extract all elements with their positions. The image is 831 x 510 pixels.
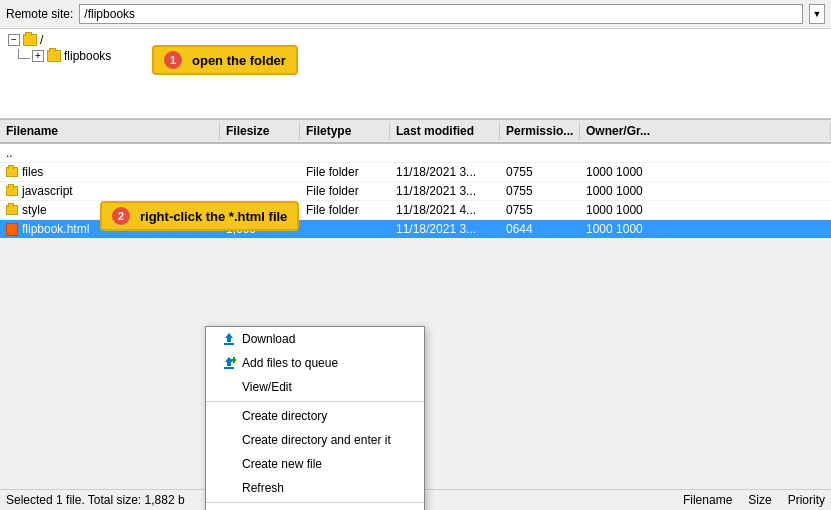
callout-right-click: 2 right-click the *.html file (100, 201, 299, 231)
html-file-icon (6, 223, 18, 236)
folder-icon (6, 205, 18, 215)
tree-connector (18, 49, 30, 59)
file-modified: 11/18/2021 3... (390, 220, 500, 238)
file-table-header: Filename Filesize Filetype Last modified… (0, 119, 831, 144)
context-menu-refresh-label: Refresh (242, 481, 284, 495)
file-table-body: .. .. files File folder 11/18/2021 3... … (0, 144, 831, 239)
file-perms (500, 144, 580, 162)
remote-site-bar: Remote site: ▼ (0, 0, 831, 29)
callout-badge-1: 1 (164, 51, 182, 69)
tree-expand-flipbooks-btn[interactable]: + (32, 50, 44, 62)
callout-open-folder-text: open the folder (192, 53, 286, 68)
file-type: File folder (300, 182, 390, 200)
table-row[interactable]: style File folder 11/18/2021 4... 0755 1… (0, 201, 831, 220)
file-size (220, 144, 300, 162)
file-perms: 0755 (500, 201, 580, 219)
file-type (300, 144, 390, 162)
context-menu-add-queue[interactable]: Add files to queue (206, 351, 424, 375)
root-folder-icon (23, 34, 37, 46)
header-last-modified[interactable]: Last modified (390, 122, 500, 140)
dotdot-icon: .. (6, 146, 18, 160)
flipbooks-folder-icon (47, 50, 61, 62)
table-row[interactable]: files File folder 11/18/2021 3... 0755 1… (0, 163, 831, 182)
context-menu-separator-2 (206, 502, 424, 503)
queue-info: Filename Size Priority (683, 493, 825, 507)
tree-expand-btn[interactable]: − (8, 34, 20, 46)
context-menu-create-dir-label: Create directory (242, 409, 327, 423)
file-modified: 11/18/2021 4... (390, 201, 500, 219)
svg-rect-1 (224, 343, 234, 345)
context-menu-create-file-label: Create new file (242, 457, 322, 471)
svg-marker-0 (225, 333, 233, 342)
download-arrow-icon (222, 332, 236, 346)
context-menu-download-label: Download (242, 332, 295, 346)
file-type: File folder (300, 163, 390, 181)
header-permissions[interactable]: Permissio... (500, 122, 580, 140)
header-filetype[interactable]: Filetype (300, 122, 390, 140)
tree-panel: − / + flipbooks 1 open the folder (0, 29, 831, 119)
file-name-javascript: javascript (0, 182, 220, 200)
context-menu: Download Add files to queue View/Edit Cr… (205, 326, 425, 510)
context-menu-refresh[interactable]: Refresh (206, 476, 424, 500)
context-menu-separator-1 (206, 401, 424, 402)
context-menu-create-dir-enter-label: Create directory and enter it (242, 433, 391, 447)
context-menu-create-file[interactable]: Create new file (206, 452, 424, 476)
queue-filename-label: Filename (683, 493, 732, 507)
callout-right-click-text: right-click the *.html file (140, 209, 287, 224)
file-owner: 1000 1000 (580, 220, 831, 238)
queue-size-label: Size (748, 493, 771, 507)
header-owner[interactable]: Owner/Gr... (580, 122, 831, 140)
callout-badge-2: 2 (112, 207, 130, 225)
file-modified (390, 144, 500, 162)
file-size (220, 163, 300, 181)
file-modified: 11/18/2021 3... (390, 182, 500, 200)
add-queue-icon (222, 356, 236, 370)
file-size (220, 182, 300, 200)
context-menu-view-edit-label: View/Edit (242, 380, 292, 394)
remote-site-input[interactable] (79, 4, 803, 24)
svg-rect-5 (231, 359, 236, 361)
remote-site-label: Remote site: (6, 7, 73, 21)
file-perms: 0755 (500, 163, 580, 181)
file-owner: 1000 1000 (580, 182, 831, 200)
file-owner: 1000 1000 (580, 201, 831, 219)
table-row[interactable]: .. .. (0, 144, 831, 163)
folder-icon (6, 186, 18, 196)
svg-rect-3 (224, 367, 234, 369)
context-menu-create-dir-enter[interactable]: Create directory and enter it (206, 428, 424, 452)
file-name-files: files (0, 163, 220, 181)
context-menu-add-queue-label: Add files to queue (242, 356, 338, 370)
callout-open-folder: 1 open the folder (152, 45, 298, 75)
file-owner: 1000 1000 (580, 163, 831, 181)
header-filesize[interactable]: Filesize (220, 122, 300, 140)
context-menu-delete[interactable]: Delete (206, 505, 424, 510)
remote-site-dropdown[interactable]: ▼ (809, 4, 825, 24)
file-type: File folder (300, 201, 390, 219)
file-name-dotdot: .. .. (0, 144, 220, 162)
table-row[interactable]: javascript File folder 11/18/2021 3... 0… (0, 182, 831, 201)
context-menu-view-edit[interactable]: View/Edit (206, 375, 424, 399)
tree-root-item: − / (8, 33, 823, 47)
svg-marker-2 (225, 357, 233, 366)
file-perms: 0644 (500, 220, 580, 238)
status-text: Selected 1 file. Total size: 1,882 b (6, 493, 185, 507)
file-modified: 11/18/2021 3... (390, 163, 500, 181)
tree-root-label[interactable]: / (40, 33, 43, 47)
folder-icon (6, 167, 18, 177)
file-perms: 0755 (500, 182, 580, 200)
queue-priority-label: Priority (788, 493, 825, 507)
tree-flipbooks-label[interactable]: flipbooks (64, 49, 111, 63)
header-filename[interactable]: Filename (0, 122, 220, 140)
tree-child-flipbooks: + flipbooks 1 open the folder (32, 49, 823, 63)
context-menu-create-dir[interactable]: Create directory (206, 404, 424, 428)
context-menu-download[interactable]: Download (206, 327, 424, 351)
file-owner (580, 144, 831, 162)
file-type (300, 220, 390, 238)
